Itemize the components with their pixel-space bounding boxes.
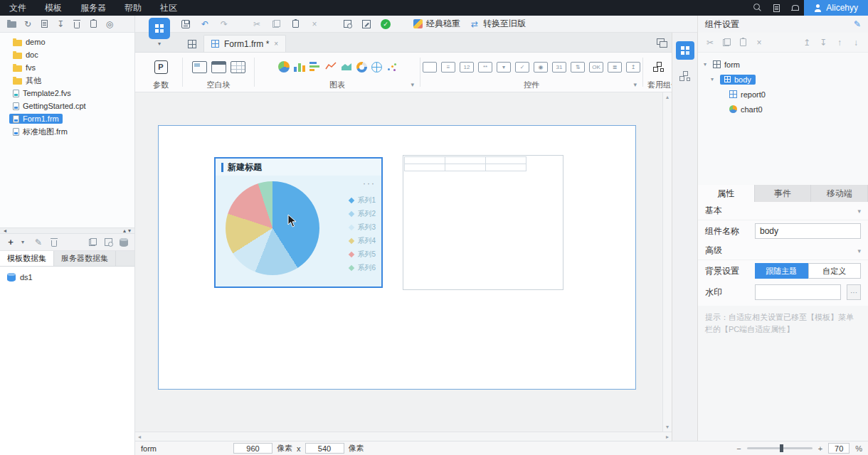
report-component-report0[interactable] bbox=[403, 155, 563, 290]
move-bottom-icon[interactable]: ↧ bbox=[818, 37, 828, 48]
menu-item-template[interactable]: 模板 bbox=[36, 0, 71, 16]
bg-option-follow-theme[interactable]: 跟随主题 bbox=[755, 263, 808, 279]
report-block-icon[interactable] bbox=[231, 61, 245, 73]
copy-dataset-icon[interactable] bbox=[88, 237, 97, 248]
import-icon[interactable]: ↧ bbox=[55, 18, 65, 30]
chart-more-menu-icon[interactable]: ··· bbox=[363, 178, 376, 188]
copy-icon[interactable] bbox=[271, 18, 281, 30]
paste-icon[interactable] bbox=[290, 18, 300, 30]
find-replace-icon[interactable] bbox=[342, 18, 352, 30]
collapse-left-icon[interactable]: ◂ bbox=[4, 228, 6, 234]
cut-icon[interactable]: ✂ bbox=[252, 18, 262, 30]
tab-mobile[interactable]: 移动端 bbox=[811, 185, 868, 202]
reuse-component-icon[interactable] bbox=[653, 62, 664, 72]
tree-item-folder[interactable]: fvs bbox=[0, 61, 134, 74]
refresh-icon[interactable]: ↻ bbox=[23, 18, 33, 30]
user-account-button[interactable]: Alicehyy bbox=[804, 0, 868, 16]
component-name-input[interactable] bbox=[755, 223, 861, 239]
section-advanced[interactable]: 高级 ▾ bbox=[698, 242, 868, 260]
delete-dataset-icon[interactable] bbox=[49, 237, 59, 248]
preview-dataset-icon[interactable] bbox=[103, 237, 113, 248]
expand-caret-icon[interactable]: ▾ bbox=[711, 76, 716, 82]
template-type-caret-icon[interactable]: ▾ bbox=[158, 41, 161, 47]
component-settings-toggle[interactable] bbox=[676, 41, 694, 60]
line-chart-icon[interactable] bbox=[325, 61, 337, 73]
feedback-icon[interactable] bbox=[767, 0, 785, 16]
section-basic[interactable]: 基本 ▾ bbox=[698, 202, 868, 220]
move-top-icon[interactable]: ↥ bbox=[802, 37, 812, 48]
tree-item-folder[interactable]: demo bbox=[0, 36, 134, 48]
save-icon[interactable] bbox=[181, 18, 191, 30]
tree-item-file-selected[interactable]: Form1.frm bbox=[0, 112, 134, 125]
tree-item-folder[interactable]: 其他 bbox=[0, 74, 134, 87]
tab-template-dataset[interactable]: 模板数据集 bbox=[0, 251, 54, 266]
page-width-input[interactable] bbox=[233, 443, 272, 454]
chart-component-chart0[interactable]: 新建标题 ··· 系列1 系列2 系列3 系列4 bbox=[214, 157, 383, 288]
scroll-up-icon[interactable]: ▴ bbox=[666, 94, 669, 100]
move-down-icon[interactable]: ↓ bbox=[851, 37, 861, 48]
menu-item-server[interactable]: 服务器 bbox=[71, 0, 115, 16]
absolute-layout-block-icon[interactable] bbox=[192, 61, 207, 73]
tree-item-file[interactable]: 标准地图.frm bbox=[0, 125, 134, 138]
dataset-item[interactable]: ds1 bbox=[7, 271, 134, 284]
page-height-input[interactable] bbox=[305, 443, 344, 454]
design-canvas[interactable]: 新建标题 ··· 系列1 系列2 系列3 系列4 bbox=[135, 92, 672, 432]
template-type-button[interactable]: ▾ bbox=[145, 18, 174, 50]
combobox-widget-icon[interactable] bbox=[497, 62, 511, 73]
parameter-pane-icon[interactable]: P bbox=[154, 60, 168, 74]
vertical-scrollbar[interactable]: ▴ ▾ bbox=[662, 92, 672, 432]
edit-dataset-icon[interactable]: ✎ bbox=[33, 237, 43, 248]
delete-file-icon[interactable] bbox=[72, 18, 82, 30]
textarea-widget-icon[interactable] bbox=[441, 62, 455, 73]
scroll-left-icon[interactable]: ◂ bbox=[138, 434, 141, 440]
zoom-out-icon[interactable]: − bbox=[736, 444, 741, 453]
button-widget-icon[interactable] bbox=[589, 62, 603, 73]
menu-item-help[interactable]: 帮助 bbox=[115, 0, 151, 16]
radio-widget-icon[interactable] bbox=[534, 62, 548, 73]
theme-button[interactable]: 经典稳重 bbox=[413, 18, 460, 30]
tab-properties[interactable]: 属性 bbox=[698, 185, 755, 202]
add-dataset-button[interactable]: + bbox=[6, 237, 16, 248]
search-icon[interactable] bbox=[748, 0, 767, 16]
copy-component-icon[interactable] bbox=[721, 37, 731, 48]
move-up-icon[interactable]: ↑ bbox=[835, 37, 845, 48]
number-widget-icon[interactable] bbox=[460, 62, 474, 73]
paste-component-icon[interactable] bbox=[738, 37, 748, 48]
date-widget-icon[interactable] bbox=[552, 62, 566, 73]
edit-component-icon[interactable]: ✎ bbox=[854, 19, 861, 29]
chart-plot-area[interactable]: ··· 系列1 系列2 系列3 系列4 系列5 系列6 bbox=[216, 176, 381, 287]
expand-caret-icon[interactable]: ▾ bbox=[704, 61, 709, 68]
menu-item-community[interactable]: 社区 bbox=[151, 0, 186, 16]
add-dataset-caret-icon[interactable]: ▾ bbox=[18, 237, 28, 248]
zoom-value-input[interactable] bbox=[828, 443, 850, 454]
widget-more-caret-icon[interactable]: ▾ bbox=[633, 78, 637, 91]
zoom-slider[interactable] bbox=[747, 447, 813, 449]
checkbox-widget-icon[interactable] bbox=[515, 62, 529, 73]
cut-component-icon[interactable]: ✂ bbox=[705, 37, 715, 48]
collapse-down-icon[interactable]: ▾ bbox=[128, 228, 131, 234]
watermark-input[interactable] bbox=[755, 284, 841, 300]
new-template-grid-icon[interactable] bbox=[184, 36, 201, 52]
scroll-down-icon[interactable]: ▾ bbox=[666, 424, 669, 430]
area-chart-icon[interactable] bbox=[341, 61, 352, 73]
pie-chart-icon[interactable] bbox=[278, 61, 290, 73]
redo-icon[interactable]: ↷ bbox=[219, 18, 229, 30]
tab-layout-block-icon[interactable] bbox=[211, 61, 226, 73]
delete-component-icon[interactable]: × bbox=[754, 37, 764, 48]
tab-server-dataset[interactable]: 服务器数据集 bbox=[54, 251, 116, 266]
chart-more-caret-icon[interactable]: ▾ bbox=[411, 78, 414, 91]
textbox-widget-icon[interactable] bbox=[423, 62, 437, 73]
spinner-widget-icon[interactable] bbox=[571, 62, 585, 73]
clipboard-icon[interactable] bbox=[88, 18, 98, 30]
tree-node-report0[interactable]: report0 bbox=[704, 87, 868, 102]
tab-events[interactable]: 事件 bbox=[755, 185, 812, 202]
tree-node-chart0[interactable]: chart0 bbox=[704, 102, 868, 117]
tree-node-body[interactable]: ▾ body bbox=[704, 72, 868, 87]
server-dataset-icon[interactable] bbox=[119, 237, 129, 248]
scatter-chart-icon[interactable] bbox=[386, 62, 397, 73]
horizontal-scrollbar[interactable]: ◂ ▸ bbox=[135, 432, 672, 441]
treeview-widget-icon[interactable] bbox=[608, 62, 622, 73]
close-template-icon[interactable]: × bbox=[309, 18, 319, 30]
template-preview-icon[interactable] bbox=[39, 18, 49, 30]
form-body-page[interactable]: 新建标题 ··· 系列1 系列2 系列3 系列4 bbox=[158, 125, 636, 390]
